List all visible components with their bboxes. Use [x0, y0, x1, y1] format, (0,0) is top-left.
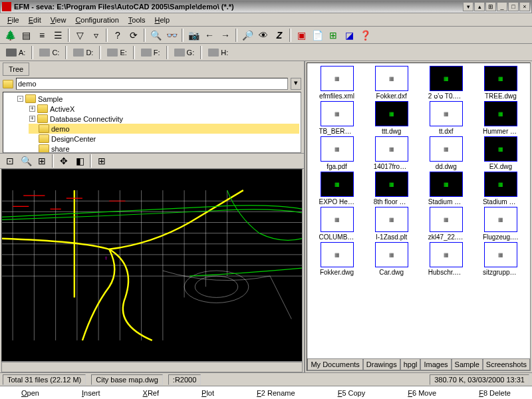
sort-icon[interactable]: ▿ [88, 28, 103, 43]
filter-icon[interactable]: ▽ [72, 28, 87, 43]
sys-btn[interactable]: ▴ [474, 2, 485, 11]
thumbnail[interactable]: ▦14017from… [365, 136, 418, 170]
thumbnail[interactable]: ▦zkl47_22.P… [420, 207, 473, 241]
thumbnail[interactable]: ▦Fokker.dxf [365, 66, 418, 100]
thumbnail[interactable]: ▦sitzgruppe… [474, 242, 527, 276]
thumbnail[interactable]: ▦Hummer El… [474, 101, 527, 135]
info-icon[interactable]: ? [110, 28, 125, 43]
zoom-in-icon[interactable]: 🔍 [19, 154, 33, 168]
drive-e[interactable]: E: [104, 47, 130, 59]
tree-node[interactable]: demo [29, 124, 299, 134]
path-dropdown[interactable]: ▾ [291, 78, 301, 90]
thumbnail[interactable]: ▦Stadium Pl… [474, 172, 527, 205]
thumbnail[interactable]: ▦TREE.dwg [474, 66, 527, 100]
fn-insert[interactable]: Insert [82, 389, 100, 397]
maximize-button[interactable]: □ [508, 2, 519, 11]
binoculars-icon[interactable]: 👓 [164, 28, 179, 43]
layers-icon[interactable]: ◧ [72, 154, 87, 168]
grid-icon[interactable]: ⊞ [94, 154, 109, 168]
thumbnail[interactable]: ▦Car.dwg [365, 242, 418, 276]
zoom-extents-icon[interactable]: ⊡ [3, 154, 17, 168]
drive-a[interactable]: A: [3, 47, 29, 59]
excel-icon[interactable]: ⊞ [326, 28, 340, 43]
thumbnail[interactable]: ▦dd.dwg [420, 136, 473, 170]
status-fileinfo: 380.70 K, 03/03/2000 13:31 [430, 374, 529, 385]
back-icon[interactable]: ← [202, 28, 217, 43]
view-icon[interactable]: ▤ [19, 28, 33, 43]
close-button[interactable]: × [519, 2, 530, 11]
tree-icon[interactable]: 🌲 [3, 28, 17, 43]
detail-icon[interactable]: ☰ [51, 28, 65, 43]
fn-f2-rename[interactable]: F2 Rename [257, 389, 295, 397]
path-input[interactable] [16, 78, 288, 90]
thumbnail[interactable]: ▦tt.dxf [420, 101, 473, 135]
folder-tab[interactable]: Screenshots [483, 359, 530, 370]
thumbnail[interactable]: ▦Fokker.dwg [310, 242, 363, 276]
drive-h[interactable]: H: [205, 47, 231, 59]
fwd-icon[interactable]: → [218, 28, 233, 43]
thumbnail-grid[interactable]: ▦efmfiles.xml▦Fokker.dxf▦2 ט'ט T0.d…▦TRE… [307, 63, 530, 358]
drive-c[interactable]: C: [36, 47, 63, 59]
folder-tab[interactable]: Sample [452, 359, 483, 370]
fn-xref[interactable]: XRef [143, 389, 159, 397]
doc-icon[interactable]: 📄 [310, 28, 325, 43]
drive-g[interactable]: G: [171, 47, 198, 59]
thumbnail[interactable]: ▦ttt.dwg [365, 101, 418, 135]
fn-open[interactable]: Open [21, 389, 39, 397]
tree-node[interactable]: DesignCenter [29, 134, 299, 144]
thumbnail[interactable]: ▦Stadium So… [420, 172, 473, 205]
thumbnail[interactable]: ▦Hubschr.dwg [420, 242, 473, 276]
search-icon[interactable]: 🔍 [148, 28, 163, 43]
drive-f[interactable]: F: [138, 47, 164, 59]
thumbnail[interactable]: ▦fga.pdf [310, 136, 363, 170]
tree-node[interactable]: share [29, 144, 299, 153]
zoom-window-icon[interactable]: ⊞ [35, 154, 49, 168]
menu-help[interactable]: Help [150, 15, 175, 25]
menu-edit[interactable]: Edit [24, 15, 46, 25]
menu-view[interactable]: View [46, 15, 71, 25]
thumbnail[interactable]: ▦TB_BER~1… [310, 101, 363, 135]
refresh-icon[interactable]: ⟳ [126, 28, 141, 43]
tree-node[interactable]: +Database Connectivity [29, 114, 299, 124]
thumbnail[interactable]: ▦Flugzeug.d… [474, 207, 527, 241]
app-icon[interactable]: ◪ [342, 28, 356, 43]
fn-plot[interactable]: Plot [201, 389, 214, 397]
menu-file[interactable]: File [3, 15, 24, 25]
fn-f6-move[interactable]: F6 Move [408, 389, 436, 397]
fn-f5-copy[interactable]: F5 Copy [338, 389, 366, 397]
minimize-button[interactable]: _ [497, 2, 507, 11]
new-window-icon[interactable]: ▣ [294, 28, 309, 43]
folder-tab[interactable]: hpgl [400, 359, 421, 370]
camera-icon[interactable]: 📷 [186, 28, 201, 43]
thumbnail[interactable]: ▦EX.dwg [474, 136, 527, 170]
thumbnail[interactable]: ▦8th floor hv… [365, 172, 418, 205]
folder-tab[interactable]: My Documents [307, 359, 362, 370]
help-icon[interactable]: ❓ [358, 28, 372, 43]
pan-icon[interactable]: ✥ [57, 154, 71, 168]
folder-tab[interactable]: Images [420, 359, 451, 370]
left-panel: Tree ▾ -Sample+ActiveX+Database Connecti… [0, 61, 305, 372]
menu-tools[interactable]: Tools [124, 15, 150, 25]
tree-tab[interactable]: Tree [3, 63, 29, 76]
lightning-icon[interactable]: Z [272, 28, 287, 43]
thumbnail[interactable]: ▦COLUMBIA… [310, 207, 363, 241]
h-scrollbar[interactable] [1, 362, 303, 372]
sys-btn[interactable]: ⊞ [485, 2, 496, 11]
viewer-toolbar: ⊡ 🔍 ⊞ ✥ ◧ ⊞ [0, 153, 304, 169]
thumbnail[interactable]: ▦2 ט'ט T0.d… [420, 66, 473, 100]
thumbnail[interactable]: ▦efmfiles.xml [310, 66, 363, 100]
thumbnail[interactable]: ▦I-1Zasd.plt [365, 207, 418, 241]
tree-panel[interactable]: -Sample+ActiveX+Database Connectivitydem… [3, 92, 301, 153]
zoom-icon[interactable]: 🔎 [240, 28, 255, 43]
tree-node[interactable]: -Sample [17, 94, 299, 104]
fn-f8-delete[interactable]: F8 Delete [479, 389, 511, 397]
thumbnail[interactable]: ▦EXPO Hea… [310, 172, 363, 205]
menu-configuration[interactable]: Configuration [70, 15, 123, 25]
sys-btn[interactable]: ▾ [463, 2, 473, 11]
drive-d[interactable]: D: [70, 47, 96, 59]
tree-node[interactable]: +ActiveX [29, 104, 299, 114]
cad-viewport[interactable]: ♀ [1, 169, 303, 362]
folder-tab[interactable]: Drawings [363, 359, 400, 370]
eye-icon[interactable]: 👁 [256, 28, 271, 43]
list-icon[interactable]: ≡ [35, 28, 49, 43]
